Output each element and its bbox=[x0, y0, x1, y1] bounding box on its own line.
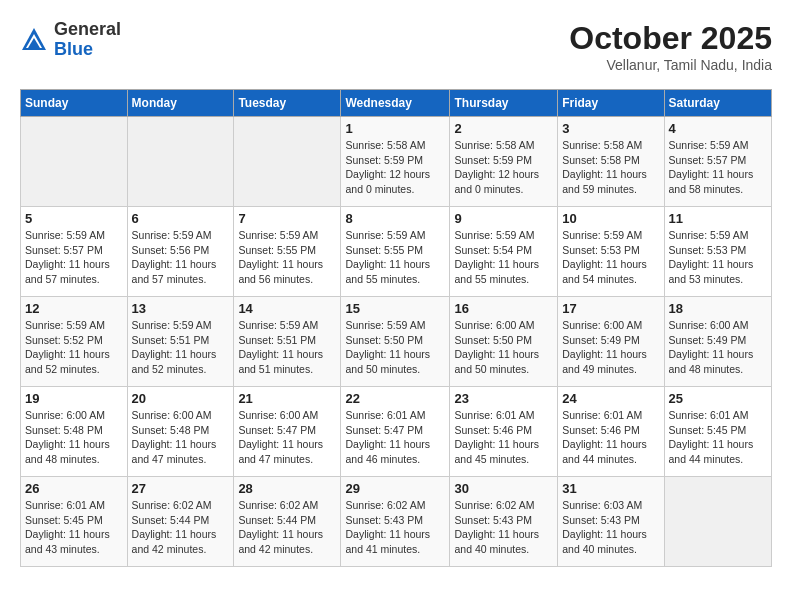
day-info: Sunrise: 5:58 AMSunset: 5:59 PMDaylight:… bbox=[345, 138, 445, 197]
day-info: Sunrise: 5:59 AMSunset: 5:53 PMDaylight:… bbox=[669, 228, 767, 287]
calendar-cell: 3Sunrise: 5:58 AMSunset: 5:58 PMDaylight… bbox=[558, 117, 664, 207]
logo: General Blue bbox=[20, 20, 121, 60]
day-info: Sunrise: 5:59 AMSunset: 5:53 PMDaylight:… bbox=[562, 228, 659, 287]
calendar-cell: 8Sunrise: 5:59 AMSunset: 5:55 PMDaylight… bbox=[341, 207, 450, 297]
logo-general: General bbox=[54, 19, 121, 39]
day-number: 18 bbox=[669, 301, 767, 316]
day-info: Sunrise: 6:00 AMSunset: 5:50 PMDaylight:… bbox=[454, 318, 553, 377]
calendar-cell: 31Sunrise: 6:03 AMSunset: 5:43 PMDayligh… bbox=[558, 477, 664, 567]
day-info: Sunrise: 6:02 AMSunset: 5:44 PMDaylight:… bbox=[238, 498, 336, 557]
calendar-cell: 12Sunrise: 5:59 AMSunset: 5:52 PMDayligh… bbox=[21, 297, 128, 387]
logo-blue: Blue bbox=[54, 39, 93, 59]
day-info: Sunrise: 6:02 AMSunset: 5:43 PMDaylight:… bbox=[454, 498, 553, 557]
page-header: General Blue October 2025 Vellanur, Tami… bbox=[20, 20, 772, 73]
day-info: Sunrise: 6:00 AMSunset: 5:49 PMDaylight:… bbox=[562, 318, 659, 377]
day-info: Sunrise: 6:01 AMSunset: 5:45 PMDaylight:… bbox=[25, 498, 123, 557]
calendar-week-5: 26Sunrise: 6:01 AMSunset: 5:45 PMDayligh… bbox=[21, 477, 772, 567]
day-info: Sunrise: 5:59 AMSunset: 5:55 PMDaylight:… bbox=[345, 228, 445, 287]
day-number: 16 bbox=[454, 301, 553, 316]
day-info: Sunrise: 6:00 AMSunset: 5:48 PMDaylight:… bbox=[132, 408, 230, 467]
day-number: 9 bbox=[454, 211, 553, 226]
location-subtitle: Vellanur, Tamil Nadu, India bbox=[569, 57, 772, 73]
day-number: 10 bbox=[562, 211, 659, 226]
calendar-cell: 29Sunrise: 6:02 AMSunset: 5:43 PMDayligh… bbox=[341, 477, 450, 567]
day-number: 30 bbox=[454, 481, 553, 496]
calendar-cell: 22Sunrise: 6:01 AMSunset: 5:47 PMDayligh… bbox=[341, 387, 450, 477]
day-info: Sunrise: 6:02 AMSunset: 5:44 PMDaylight:… bbox=[132, 498, 230, 557]
weekday-header-wednesday: Wednesday bbox=[341, 90, 450, 117]
calendar-cell: 30Sunrise: 6:02 AMSunset: 5:43 PMDayligh… bbox=[450, 477, 558, 567]
day-number: 4 bbox=[669, 121, 767, 136]
day-number: 25 bbox=[669, 391, 767, 406]
day-info: Sunrise: 6:01 AMSunset: 5:46 PMDaylight:… bbox=[562, 408, 659, 467]
day-info: Sunrise: 6:00 AMSunset: 5:48 PMDaylight:… bbox=[25, 408, 123, 467]
day-info: Sunrise: 5:59 AMSunset: 5:57 PMDaylight:… bbox=[669, 138, 767, 197]
day-info: Sunrise: 5:58 AMSunset: 5:59 PMDaylight:… bbox=[454, 138, 553, 197]
calendar-cell: 6Sunrise: 5:59 AMSunset: 5:56 PMDaylight… bbox=[127, 207, 234, 297]
calendar-cell: 17Sunrise: 6:00 AMSunset: 5:49 PMDayligh… bbox=[558, 297, 664, 387]
calendar-cell: 15Sunrise: 5:59 AMSunset: 5:50 PMDayligh… bbox=[341, 297, 450, 387]
day-number: 22 bbox=[345, 391, 445, 406]
day-number: 20 bbox=[132, 391, 230, 406]
weekday-header-friday: Friday bbox=[558, 90, 664, 117]
day-number: 11 bbox=[669, 211, 767, 226]
calendar-cell: 7Sunrise: 5:59 AMSunset: 5:55 PMDaylight… bbox=[234, 207, 341, 297]
day-info: Sunrise: 5:59 AMSunset: 5:51 PMDaylight:… bbox=[132, 318, 230, 377]
day-number: 5 bbox=[25, 211, 123, 226]
calendar-week-2: 5Sunrise: 5:59 AMSunset: 5:57 PMDaylight… bbox=[21, 207, 772, 297]
calendar-cell: 1Sunrise: 5:58 AMSunset: 5:59 PMDaylight… bbox=[341, 117, 450, 207]
day-number: 21 bbox=[238, 391, 336, 406]
day-number: 28 bbox=[238, 481, 336, 496]
calendar-cell: 21Sunrise: 6:00 AMSunset: 5:47 PMDayligh… bbox=[234, 387, 341, 477]
weekday-header-row: SundayMondayTuesdayWednesdayThursdayFrid… bbox=[21, 90, 772, 117]
calendar-cell: 25Sunrise: 6:01 AMSunset: 5:45 PMDayligh… bbox=[664, 387, 771, 477]
day-number: 26 bbox=[25, 481, 123, 496]
logo-icon bbox=[20, 26, 48, 54]
day-number: 15 bbox=[345, 301, 445, 316]
day-info: Sunrise: 6:01 AMSunset: 5:47 PMDaylight:… bbox=[345, 408, 445, 467]
day-number: 19 bbox=[25, 391, 123, 406]
calendar-cell: 2Sunrise: 5:58 AMSunset: 5:59 PMDaylight… bbox=[450, 117, 558, 207]
day-number: 24 bbox=[562, 391, 659, 406]
day-info: Sunrise: 5:59 AMSunset: 5:50 PMDaylight:… bbox=[345, 318, 445, 377]
calendar-cell: 19Sunrise: 6:00 AMSunset: 5:48 PMDayligh… bbox=[21, 387, 128, 477]
day-number: 23 bbox=[454, 391, 553, 406]
calendar-cell: 14Sunrise: 5:59 AMSunset: 5:51 PMDayligh… bbox=[234, 297, 341, 387]
weekday-header-thursday: Thursday bbox=[450, 90, 558, 117]
day-info: Sunrise: 6:00 AMSunset: 5:49 PMDaylight:… bbox=[669, 318, 767, 377]
day-number: 13 bbox=[132, 301, 230, 316]
weekday-header-sunday: Sunday bbox=[21, 90, 128, 117]
calendar-cell: 27Sunrise: 6:02 AMSunset: 5:44 PMDayligh… bbox=[127, 477, 234, 567]
calendar-cell bbox=[664, 477, 771, 567]
calendar-cell bbox=[234, 117, 341, 207]
calendar-cell: 9Sunrise: 5:59 AMSunset: 5:54 PMDaylight… bbox=[450, 207, 558, 297]
day-info: Sunrise: 6:01 AMSunset: 5:45 PMDaylight:… bbox=[669, 408, 767, 467]
day-info: Sunrise: 6:03 AMSunset: 5:43 PMDaylight:… bbox=[562, 498, 659, 557]
day-info: Sunrise: 5:58 AMSunset: 5:58 PMDaylight:… bbox=[562, 138, 659, 197]
day-number: 6 bbox=[132, 211, 230, 226]
calendar-cell: 16Sunrise: 6:00 AMSunset: 5:50 PMDayligh… bbox=[450, 297, 558, 387]
calendar-cell: 11Sunrise: 5:59 AMSunset: 5:53 PMDayligh… bbox=[664, 207, 771, 297]
calendar-cell: 13Sunrise: 5:59 AMSunset: 5:51 PMDayligh… bbox=[127, 297, 234, 387]
day-info: Sunrise: 6:02 AMSunset: 5:43 PMDaylight:… bbox=[345, 498, 445, 557]
day-info: Sunrise: 5:59 AMSunset: 5:54 PMDaylight:… bbox=[454, 228, 553, 287]
day-info: Sunrise: 6:00 AMSunset: 5:47 PMDaylight:… bbox=[238, 408, 336, 467]
calendar-cell: 20Sunrise: 6:00 AMSunset: 5:48 PMDayligh… bbox=[127, 387, 234, 477]
day-number: 3 bbox=[562, 121, 659, 136]
calendar-cell: 24Sunrise: 6:01 AMSunset: 5:46 PMDayligh… bbox=[558, 387, 664, 477]
calendar-cell: 4Sunrise: 5:59 AMSunset: 5:57 PMDaylight… bbox=[664, 117, 771, 207]
calendar-body: 1Sunrise: 5:58 AMSunset: 5:59 PMDaylight… bbox=[21, 117, 772, 567]
day-info: Sunrise: 5:59 AMSunset: 5:56 PMDaylight:… bbox=[132, 228, 230, 287]
calendar-cell bbox=[127, 117, 234, 207]
day-number: 1 bbox=[345, 121, 445, 136]
calendar-cell: 28Sunrise: 6:02 AMSunset: 5:44 PMDayligh… bbox=[234, 477, 341, 567]
day-info: Sunrise: 5:59 AMSunset: 5:57 PMDaylight:… bbox=[25, 228, 123, 287]
day-number: 27 bbox=[132, 481, 230, 496]
day-number: 8 bbox=[345, 211, 445, 226]
calendar-table: SundayMondayTuesdayWednesdayThursdayFrid… bbox=[20, 89, 772, 567]
day-number: 14 bbox=[238, 301, 336, 316]
calendar-week-3: 12Sunrise: 5:59 AMSunset: 5:52 PMDayligh… bbox=[21, 297, 772, 387]
calendar-cell: 5Sunrise: 5:59 AMSunset: 5:57 PMDaylight… bbox=[21, 207, 128, 297]
day-info: Sunrise: 5:59 AMSunset: 5:51 PMDaylight:… bbox=[238, 318, 336, 377]
title-block: October 2025 Vellanur, Tamil Nadu, India bbox=[569, 20, 772, 73]
